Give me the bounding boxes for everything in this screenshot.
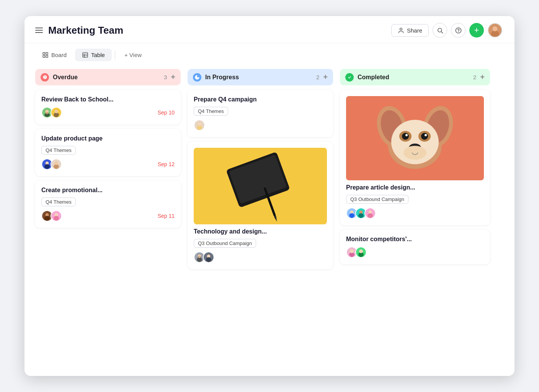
avatar-man2 — [203, 252, 214, 263]
tab-board[interactable]: Board — [35, 49, 74, 61]
svg-point-84 — [358, 213, 364, 218]
card-prepare-article[interactable]: Prepare article design... Q3 Outbound Ca… — [340, 90, 490, 225]
svg-point-78 — [403, 146, 426, 160]
column-overdue: Overdue 3 + Review Back to School... — [35, 69, 181, 365]
avatar-pink2 — [364, 207, 376, 219]
help-button[interactable] — [451, 23, 466, 38]
svg-point-7 — [491, 31, 499, 38]
svg-point-41 — [54, 216, 59, 220]
card-monitor-competitors[interactable]: Monitor competitors'... — [340, 230, 490, 264]
svg-point-38 — [44, 216, 50, 220]
nav-tabs: Board Table + View — [24, 43, 514, 65]
card-image-tablet — [194, 148, 327, 224]
column-completed: Completed 2 + — [340, 69, 490, 365]
svg-point-62 — [347, 75, 352, 80]
svg-rect-9 — [43, 52, 45, 54]
avatar-blonde — [194, 119, 205, 131]
completed-count: 2 — [473, 74, 476, 80]
svg-point-81 — [349, 213, 354, 218]
avatar-2 — [51, 107, 62, 118]
header: Marketing Team Share — [24, 16, 514, 43]
svg-point-87 — [368, 213, 373, 218]
svg-point-18 — [44, 78, 45, 78]
card-avatars — [41, 158, 60, 170]
header-left: Marketing Team — [35, 24, 123, 36]
svg-point-73 — [421, 133, 428, 140]
card-avatars — [41, 210, 60, 222]
search-button[interactable] — [433, 23, 447, 38]
user-avatar[interactable] — [488, 23, 502, 38]
card-prepare-q4[interactable]: Prepare Q4 campaign Q4 Themes — [188, 90, 333, 137]
svg-point-95 — [359, 250, 363, 253]
column-header-inprogress: In Progress 2 + — [188, 69, 333, 85]
card-tag: Q3 Outbound Campaign — [194, 239, 256, 248]
add-icon: + — [474, 26, 479, 34]
header-right: Share + — [391, 23, 502, 38]
due-date: Sep 12 — [158, 161, 175, 167]
share-button[interactable]: Share — [391, 24, 429, 37]
card-create-promotional[interactable]: Create promotional... Q4 Themes — [35, 181, 181, 228]
share-label: Share — [407, 27, 422, 34]
svg-point-30 — [44, 164, 50, 169]
svg-rect-56 — [198, 256, 199, 257]
avatar-woman2 — [355, 247, 367, 258]
avatar-image — [488, 23, 501, 38]
card-footer: Sep 11 — [41, 210, 175, 222]
svg-point-23 — [46, 112, 49, 114]
tab-view-label: + View — [124, 52, 142, 58]
card-avatars — [346, 247, 484, 258]
svg-rect-12 — [46, 56, 48, 57]
svg-point-35 — [55, 162, 58, 165]
completed-title: Completed — [358, 74, 469, 81]
tablet-illustration — [195, 148, 325, 224]
column-header-completed: Completed 2 + — [340, 69, 490, 85]
card-review-back-to-school[interactable]: Review Back to School... — [35, 90, 181, 124]
app-window: Marketing Team Share — [24, 16, 514, 376]
column-inprogress: In Progress 2 + Prepare Q4 campaign Q4 T… — [188, 69, 333, 365]
card-tag: Q3 Outbound Campaign — [346, 195, 408, 204]
add-button[interactable]: + — [469, 23, 484, 38]
svg-point-46 — [198, 122, 201, 126]
svg-point-26 — [54, 113, 59, 117]
help-icon — [455, 27, 462, 34]
tab-table-label: Table — [91, 52, 105, 58]
due-date: Sep 11 — [158, 213, 175, 219]
card-avatars — [346, 207, 484, 219]
card-avatars — [41, 107, 60, 118]
svg-rect-13 — [83, 52, 88, 57]
board-icon — [42, 52, 49, 58]
svg-point-27 — [55, 110, 58, 113]
inprogress-title: In Progress — [205, 74, 312, 81]
svg-rect-57 — [200, 256, 201, 257]
card-tag: Q4 Themes — [194, 107, 228, 116]
card-title: Prepare Q4 campaign — [194, 96, 327, 103]
card-footer: Sep 10 — [41, 107, 175, 118]
tab-table[interactable]: Table — [75, 49, 112, 61]
svg-rect-11 — [43, 56, 45, 57]
svg-rect-31 — [46, 164, 49, 164]
svg-point-1 — [438, 28, 441, 32]
overdue-add-button[interactable]: + — [171, 73, 175, 82]
completed-add-button[interactable]: + — [480, 73, 485, 82]
tab-add-view[interactable]: + View — [118, 49, 148, 61]
svg-point-8 — [493, 26, 498, 31]
card-avatars — [194, 252, 327, 263]
svg-point-72 — [402, 133, 409, 140]
card-tag: Q4 Themes — [41, 198, 76, 206]
card-avatars — [194, 119, 327, 131]
card-technology-design[interactable]: Technology and design... Q3 Outbound Cam… — [188, 142, 333, 269]
search-icon — [437, 27, 443, 34]
person-icon — [398, 27, 404, 34]
avatar-6 — [51, 210, 62, 222]
card-update-product-page[interactable]: Update product page Q4 Themes — [35, 129, 181, 176]
avatar-4 — [51, 158, 62, 170]
hamburger-icon[interactable] — [35, 28, 43, 33]
dog-illustration — [346, 96, 484, 180]
card-image-dog — [346, 96, 484, 180]
overdue-count: 3 — [164, 74, 167, 80]
inprogress-count: 2 — [316, 74, 319, 80]
card-title: Update product page — [41, 135, 175, 142]
inprogress-add-button[interactable]: + — [323, 73, 328, 82]
column-header-overdue: Overdue 3 + — [35, 69, 181, 85]
svg-line-2 — [441, 32, 443, 33]
